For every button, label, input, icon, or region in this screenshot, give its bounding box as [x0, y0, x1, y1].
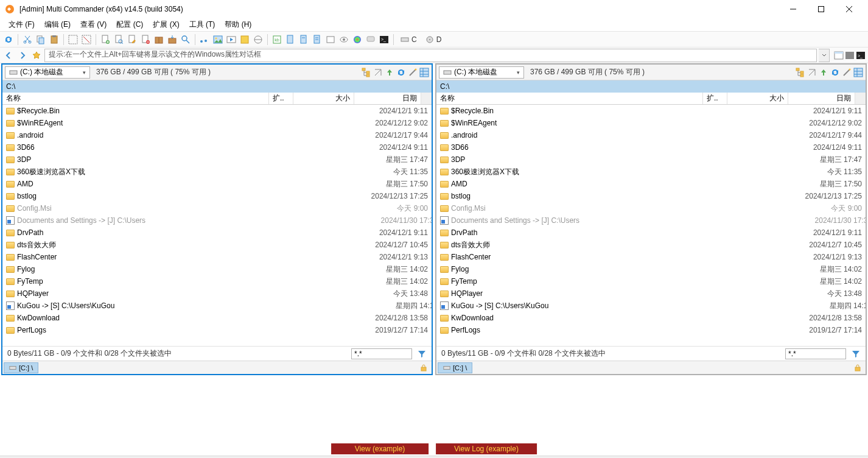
file-row[interactable]: FyTemp 星期三 14:02: [2, 275, 432, 287]
chat-icon[interactable]: [365, 33, 377, 46]
right-path[interactable]: C:\: [436, 80, 866, 93]
header-ext[interactable]: 扩..: [703, 93, 727, 104]
menu-edit[interactable]: 编辑 (E): [40, 18, 75, 31]
lock-icon[interactable]: [419, 364, 428, 372]
header-size[interactable]: 大小: [293, 93, 354, 104]
file-row[interactable]: $Recycle.Bin 2024/12/1 9:11: [436, 105, 866, 117]
back-button[interactable]: [2, 49, 15, 62]
header-size[interactable]: 大小: [727, 93, 788, 104]
file-row[interactable]: bstlog 2024/12/13 17:25: [436, 190, 866, 202]
file-row[interactable]: dts音效大师 2024/12/7 10:45: [436, 239, 866, 251]
file-row[interactable]: bstlog 2024/12/13 17:25: [2, 190, 432, 202]
select-none-icon[interactable]: [80, 33, 93, 46]
file-row[interactable]: KwDownload 2024/12/8 13:58: [436, 312, 866, 324]
view-log-button[interactable]: View Log (example): [436, 443, 537, 454]
file-row[interactable]: 360极速浏览器X下载 今天 11:35: [436, 166, 866, 178]
unpack-icon[interactable]: [166, 33, 178, 46]
tree-icon[interactable]: [362, 68, 371, 77]
wand-icon[interactable]: [408, 68, 418, 77]
forward-button[interactable]: [16, 49, 29, 62]
file-row[interactable]: 3DP 星期三 17:47: [436, 153, 866, 166]
file-row[interactable]: AMD 星期三 17:50: [436, 178, 866, 190]
reload-icon[interactable]: [830, 68, 840, 77]
menu-help[interactable]: 帮助 (H): [220, 18, 256, 31]
tree-icon[interactable]: [796, 68, 805, 77]
file-row[interactable]: FlashCenter 2024/12/1 9:13: [2, 251, 432, 263]
grid-icon[interactable]: [853, 68, 863, 77]
file-row[interactable]: KuGou -> [S] C:\Users\KuGou 星期四 14:17: [2, 300, 432, 312]
search-icon[interactable]: [180, 33, 192, 46]
right-filter-input[interactable]: [785, 348, 846, 359]
grid-icon[interactable]: [419, 68, 429, 77]
edit-file-icon[interactable]: [126, 33, 138, 46]
select-all-icon[interactable]: [67, 33, 79, 46]
refresh-icon[interactable]: [2, 33, 15, 46]
file-row[interactable]: PerfLogs 2019/12/7 17:14: [436, 324, 866, 336]
header-name[interactable]: 名称: [436, 93, 703, 104]
maximize-button[interactable]: [807, 0, 835, 18]
menu-extensions[interactable]: 扩展 (X): [148, 18, 184, 31]
up-icon[interactable]: [385, 68, 394, 77]
left-file-list[interactable]: $Recycle.Bin 2024/12/1 9:11 $WinREAgent …: [2, 105, 432, 346]
file-row[interactable]: HQPlayer 今天 13:48: [2, 287, 432, 300]
hint-dropdown[interactable]: [819, 49, 830, 62]
file-row[interactable]: FlashCenter 2024/12/1 9:13: [436, 251, 866, 263]
file-row[interactable]: Documents and Settings -> [J] C:\Users 2…: [2, 214, 432, 227]
audio-icon[interactable]: [198, 33, 211, 46]
file-row[interactable]: $Recycle.Bin 2024/12/1 9:11: [2, 105, 432, 117]
close-button[interactable]: [835, 0, 863, 18]
doc2-icon[interactable]: [298, 33, 310, 46]
tool1-icon[interactable]: [239, 33, 251, 46]
file-row[interactable]: KwDownload 2024/12/8 13:58: [2, 312, 432, 324]
picture-icon[interactable]: [212, 33, 224, 46]
menu-tools[interactable]: 工具 (T): [184, 18, 220, 31]
terminal-icon[interactable]: >_: [378, 33, 390, 46]
funnel-icon[interactable]: [417, 349, 427, 359]
right-tab[interactable]: [C:] \: [438, 362, 472, 373]
file-row[interactable]: Fylog 星期三 14:02: [2, 263, 432, 275]
file-row[interactable]: .android 2024/12/17 9:44: [436, 129, 866, 141]
file-row[interactable]: Config.Msi 今天 9:00: [436, 202, 866, 214]
new-file-icon[interactable]: [99, 33, 111, 46]
file-row[interactable]: 3D66 2024/12/4 9:11: [436, 141, 866, 153]
doc4-icon[interactable]: [324, 33, 337, 46]
video-icon[interactable]: [225, 33, 237, 46]
file-row[interactable]: DrvPath 2024/12/1 9:11: [2, 227, 432, 239]
left-tab[interactable]: [C:] \: [4, 362, 38, 373]
file-row[interactable]: dts音效大师 2024/12/7 10:45: [2, 239, 432, 251]
left-path[interactable]: C:\: [2, 80, 432, 93]
file-row[interactable]: 3D66 2024/12/4 9:11: [2, 141, 432, 153]
file-row[interactable]: Fylog 星期三 14:02: [436, 263, 866, 275]
favorite-button[interactable]: [30, 49, 43, 62]
panel2-icon[interactable]: [845, 51, 855, 60]
doc1-icon[interactable]: [284, 33, 296, 46]
right-drive-select[interactable]: (C:) 本地磁盘 ▾: [439, 66, 524, 79]
up-icon[interactable]: [819, 68, 828, 77]
minimize-button[interactable]: [779, 0, 807, 18]
reload-icon[interactable]: [396, 68, 406, 77]
left-drive-select[interactable]: (C:) 本地磁盘 ▾: [5, 66, 90, 79]
file-row[interactable]: AMD 星期三 17:50: [2, 178, 432, 190]
file-row[interactable]: Config.Msi 今天 9:00: [2, 202, 432, 214]
history-icon[interactable]: [373, 68, 383, 77]
right-file-list[interactable]: $Recycle.Bin 2024/12/1 9:11 $WinREAgent …: [436, 105, 866, 346]
delete-file-icon[interactable]: [139, 33, 152, 46]
header-date[interactable]: 日期: [354, 93, 421, 104]
wand-icon[interactable]: [842, 68, 852, 77]
kb-icon[interactable]: kb: [271, 33, 283, 46]
file-row[interactable]: FyTemp 星期三 14:02: [436, 275, 866, 287]
hint-input[interactable]: 提示:在一个文件上Alt+回车键将显示该文件的Windows属性对话框: [44, 49, 817, 62]
file-row[interactable]: 360极速浏览器X下载 今天 11:35: [2, 166, 432, 178]
toolbar-drive-c[interactable]: C: [397, 35, 421, 44]
panel1-icon[interactable]: [834, 51, 844, 60]
doc3-icon[interactable]: [311, 33, 323, 46]
copy-icon[interactable]: [35, 33, 47, 46]
pack-icon[interactable]: [153, 33, 165, 46]
file-row[interactable]: 3DP 星期三 17:47: [2, 153, 432, 166]
menu-config[interactable]: 配置 (C): [111, 18, 148, 31]
header-date[interactable]: 日期: [788, 93, 855, 104]
file-row[interactable]: DrvPath 2024/12/1 9:11: [436, 227, 866, 239]
lock-icon[interactable]: [853, 364, 862, 372]
header-name[interactable]: 名称: [2, 93, 269, 104]
toolbar-drive-d[interactable]: D: [422, 35, 446, 44]
